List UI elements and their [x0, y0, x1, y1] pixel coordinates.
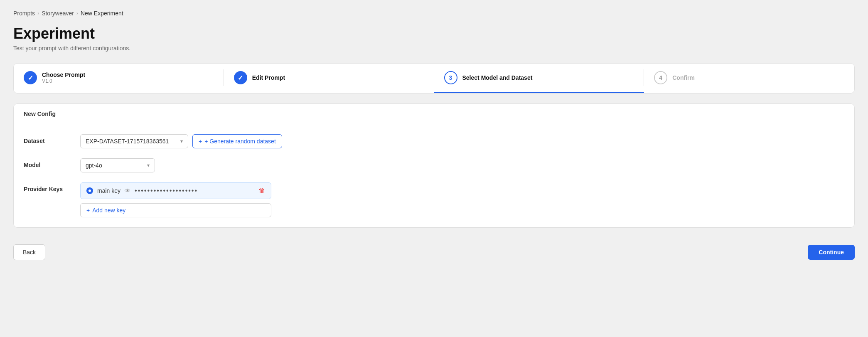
- step-4-label: Confirm: [672, 74, 695, 81]
- step-2-text: Edit Prompt: [252, 74, 285, 81]
- step-3-label: Select Model and Dataset: [462, 74, 533, 81]
- breadcrumb-storyweaver[interactable]: Storyweaver: [42, 10, 74, 17]
- back-button[interactable]: Back: [13, 244, 45, 260]
- dataset-row: Dataset EXP-DATASET-1715718363561 ▾ + + …: [24, 134, 844, 148]
- generate-button-label: + Generate random dataset: [204, 138, 276, 145]
- step-1-label: Choose Prompt: [42, 71, 85, 78]
- breadcrumb: Prompts › Storyweaver › New Experiment: [13, 10, 855, 17]
- model-controls: gpt-4o ▾: [80, 158, 155, 172]
- step-confirm[interactable]: 4 Confirm: [644, 64, 854, 93]
- continue-button[interactable]: Continue: [808, 245, 855, 260]
- generate-random-dataset-button[interactable]: + + Generate random dataset: [192, 134, 282, 148]
- dataset-dropdown[interactable]: EXP-DATASET-1715718363561 ▾: [80, 134, 188, 148]
- page-subtitle: Test your prompt with different configur…: [13, 45, 855, 52]
- provider-key-item: main key 👁 •••••••••••••••••••• 🗑: [80, 182, 271, 199]
- config-header: New Config: [14, 104, 854, 124]
- breadcrumb-current: New Experiment: [81, 10, 123, 17]
- add-key-plus-icon: +: [86, 207, 90, 214]
- step-1-icon: ✓: [24, 71, 37, 84]
- bottom-bar: Back Continue: [13, 241, 855, 260]
- config-body: Dataset EXP-DATASET-1715718363561 ▾ + + …: [14, 124, 854, 227]
- key-active-indicator: [86, 187, 93, 194]
- model-row: Model gpt-4o ▾: [24, 158, 844, 172]
- model-dropdown-arrow: ▾: [147, 162, 150, 168]
- model-selected-value: gpt-4o: [86, 162, 102, 169]
- step-4-text: Confirm: [672, 74, 695, 81]
- dataset-dropdown-arrow: ▾: [180, 138, 183, 144]
- step-2-label: Edit Prompt: [252, 74, 285, 81]
- step-choose-prompt[interactable]: ✓ Choose Prompt V1.0: [14, 64, 224, 93]
- breadcrumb-sep-2: ›: [76, 10, 78, 16]
- add-key-label: Add new key: [92, 207, 125, 214]
- page-title: Experiment: [13, 25, 855, 42]
- provider-keys-controls: main key 👁 •••••••••••••••••••• 🗑 + Add …: [80, 182, 271, 217]
- key-masked-value: ••••••••••••••••••••: [135, 187, 254, 194]
- step-3-text: Select Model and Dataset: [462, 74, 533, 81]
- step-1-text: Choose Prompt V1.0: [42, 71, 85, 84]
- dataset-controls: EXP-DATASET-1715718363561 ▾ + + Generate…: [80, 134, 282, 148]
- step-3-icon: 3: [444, 71, 457, 84]
- provider-keys-row: Provider Keys main key 👁 •••••••••••••••…: [24, 182, 844, 217]
- stepper: ✓ Choose Prompt V1.0 ✓ Edit Prompt 3 Sel…: [13, 63, 855, 93]
- config-card: New Config Dataset EXP-DATASET-171571836…: [13, 103, 855, 228]
- step-4-icon: 4: [654, 71, 667, 84]
- dataset-label: Dataset: [24, 134, 74, 144]
- generate-plus-icon: +: [199, 138, 202, 145]
- delete-key-icon[interactable]: 🗑: [258, 187, 265, 194]
- breadcrumb-prompts[interactable]: Prompts: [13, 10, 35, 17]
- breadcrumb-sep-1: ›: [37, 10, 39, 16]
- dataset-selected-value: EXP-DATASET-1715718363561: [86, 138, 169, 145]
- step-select-model[interactable]: 3 Select Model and Dataset: [434, 64, 644, 93]
- add-new-key-button[interactable]: + Add new key: [80, 203, 271, 217]
- step-2-icon: ✓: [234, 71, 247, 84]
- model-label: Model: [24, 158, 74, 168]
- model-dropdown[interactable]: gpt-4o ▾: [80, 158, 155, 172]
- step-1-sub: V1.0: [42, 78, 85, 84]
- key-name: main key: [97, 187, 120, 194]
- provider-keys-label: Provider Keys: [24, 182, 74, 192]
- step-edit-prompt[interactable]: ✓ Edit Prompt: [224, 64, 434, 93]
- eye-icon[interactable]: 👁: [125, 187, 130, 194]
